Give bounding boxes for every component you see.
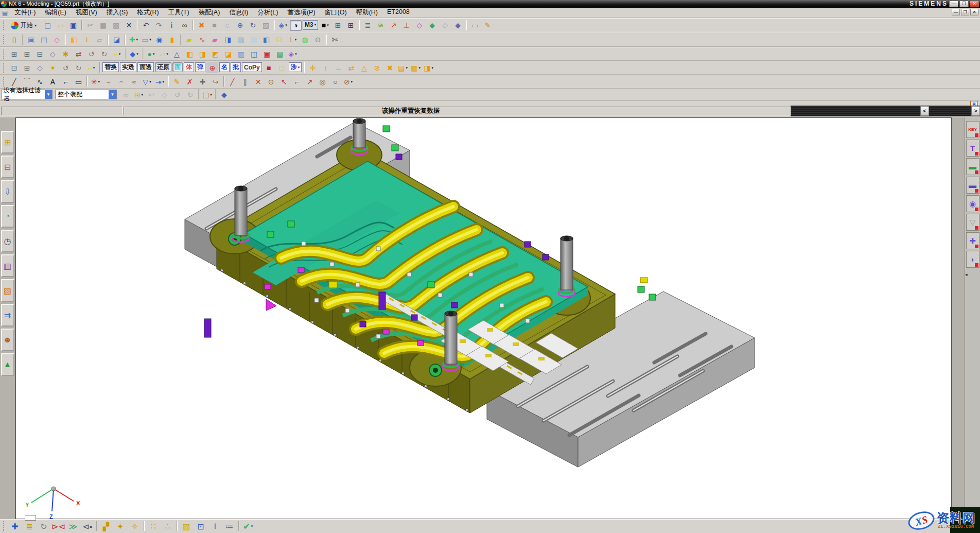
product-outline-button[interactable]: ▧ — [180, 521, 193, 532]
block-button[interactable]: ▣ — [25, 35, 37, 45]
grid-b-button[interactable]: ⊞ — [21, 62, 33, 73]
graphics-viewport[interactable]: Y X Z — [15, 117, 952, 519]
remember-constraints-button[interactable]: ⊲▪ — [81, 521, 94, 532]
layout-split-button[interactable]: ⊟ — [34, 48, 46, 59]
cut-button[interactable]: ✂ — [84, 20, 96, 31]
solid-button[interactable]: ◨ — [222, 35, 234, 45]
reuse-library-tab[interactable]: ◔ — [1, 205, 14, 228]
arrow-nw-button[interactable]: ↖ — [278, 76, 290, 87]
red-feature-button[interactable]: ▣ — [261, 48, 273, 59]
arc-right-button[interactable]: ↻ — [98, 48, 110, 59]
restore-button[interactable]: ❐ — [959, 1, 969, 7]
corner2-button[interactable]: ⌐ — [291, 76, 303, 87]
prism-button[interactable]: ◇ — [51, 35, 63, 45]
assembly-navigator-tab[interactable]: ⊞ — [1, 131, 14, 153]
csys-button[interactable]: ⊥ — [400, 20, 412, 31]
cross-curve-button[interactable]: ✕ — [252, 76, 264, 87]
shaded-display-button[interactable]: ◑ — [290, 20, 302, 31]
body-button[interactable]: 体 — [184, 62, 194, 72]
isometric-button[interactable]: ◇ — [47, 48, 59, 59]
menu-analysis[interactable]: 分析(L) — [253, 8, 283, 18]
process-tab[interactable]: ⇉ — [1, 304, 14, 326]
sheet-button[interactable]: ▰ — [183, 35, 195, 45]
menu-format[interactable]: 格式(R) — [132, 8, 163, 18]
snap-open-button[interactable]: ◇ — [439, 20, 451, 31]
divide-curve-button[interactable]: ≈ — [128, 76, 140, 87]
swap-component-button[interactable]: ⇄ — [345, 62, 357, 73]
arc-left-button[interactable]: ↺ — [85, 48, 97, 59]
arrangements-button[interactable]: ≫ — [66, 521, 80, 532]
corner-tool-button[interactable]: ⌐ — [111, 48, 123, 59]
mirror-assembly-button[interactable]: ∴ — [161, 521, 174, 532]
snap-point-button[interactable]: ⊞ — [133, 89, 145, 100]
menu-view[interactable]: 视图(V) — [71, 8, 102, 18]
wrench-button[interactable]: ✦ — [47, 62, 59, 73]
interference-button[interactable]: 涉 — [289, 62, 302, 72]
delete-button[interactable]: ✕ — [123, 20, 135, 31]
green-block-library-item[interactable]: ▬ — [966, 158, 979, 175]
pattern-component-button[interactable]: ∷ — [147, 521, 160, 532]
layer-visible-button[interactable]: ≋ — [375, 20, 387, 31]
redo-button[interactable]: ↷ — [153, 20, 165, 31]
measure-component-button[interactable]: ◨ — [423, 62, 434, 73]
menu-assemblies[interactable]: 装配(A) — [194, 8, 225, 18]
find-button[interactable]: ∞ — [179, 20, 190, 31]
measure-button[interactable]: ▭ — [469, 20, 481, 31]
circle-point-button[interactable]: ⊙ — [265, 76, 277, 87]
assembly-info-button[interactable]: i — [208, 521, 222, 532]
add-component-button[interactable]: ✚ — [8, 521, 22, 532]
start-button[interactable]: 开始 ▾ — [8, 20, 39, 31]
more-features-button[interactable]: ◈ — [287, 48, 299, 59]
flange-library-item[interactable]: ◉ — [966, 195, 979, 212]
rectangle-button[interactable]: ▭ — [73, 76, 84, 87]
close-button[interactable]: ✕ — [970, 1, 979, 7]
align-component-button[interactable]: △ — [358, 62, 370, 73]
selection-filter-dropdown[interactable]: 没有选择过滤器 ▼ — [1, 90, 52, 99]
snap-solid-button[interactable]: ◆ — [452, 20, 464, 31]
rotate-view-button[interactable]: ↻ — [247, 20, 259, 31]
annotate-button[interactable]: ✎ — [482, 20, 494, 31]
zoom-circle-button[interactable]: ◌ — [221, 20, 233, 31]
curve-surface-button[interactable]: ∿ — [196, 35, 208, 45]
funnel-library-item[interactable]: ▽ — [966, 214, 979, 231]
grid-cross-button[interactable]: ⊕ — [206, 62, 218, 73]
info-tree-button[interactable]: ≔ — [223, 521, 236, 532]
rotate-cw-button[interactable]: ↻ — [184, 89, 196, 100]
name-button[interactable]: 名 — [219, 62, 230, 72]
green-feature-button[interactable]: ▤ — [274, 48, 286, 59]
polyline-button[interactable]: ⌐ — [60, 76, 72, 87]
role-palette-button[interactable]: ◇ — [413, 20, 425, 31]
plane-button[interactable]: ▭ — [141, 35, 152, 45]
undo-arc-button[interactable]: ↺ — [60, 62, 72, 73]
striped-faces-button[interactable]: ▥ — [248, 35, 259, 45]
menu-file[interactable]: 文件(F) — [10, 8, 40, 18]
extrude-button[interactable]: ◧ — [184, 48, 196, 59]
menu-window[interactable]: 窗口(O) — [320, 8, 352, 18]
child-restore-button[interactable]: ❐ — [961, 9, 969, 15]
menu-edit[interactable]: 编辑(E) — [40, 8, 71, 18]
menu-preferences[interactable]: 首选项(P) — [283, 8, 320, 18]
trim-corner-button[interactable]: ⌣ — [102, 76, 114, 87]
subtract-button[interactable]: ⊖ — [312, 35, 324, 45]
swap-view-button[interactable]: ⇄ — [73, 48, 84, 59]
diamond-view-button[interactable]: ◇ — [34, 62, 46, 73]
sheet-plane-button[interactable]: ▱ — [158, 48, 170, 59]
refresh-button[interactable]: ✱ — [60, 48, 72, 59]
minimize-button[interactable]: — — [949, 1, 958, 7]
sphere-button[interactable]: ◉ — [153, 35, 165, 45]
open-file-button[interactable]: ▱ — [55, 20, 66, 31]
menu-information[interactable]: 信息(I) — [224, 8, 253, 18]
ribbed-button[interactable]: ▥ — [235, 48, 247, 59]
part-navigator-tab[interactable]: ⇩ — [1, 180, 14, 203]
boolean-button[interactable]: ◧ — [68, 35, 80, 45]
die-assembly-3d-model[interactable]: Y X Z — [16, 118, 951, 519]
layer-settings-button[interactable]: ≣ — [362, 20, 374, 31]
rotate-ccw-button[interactable]: ↺ — [171, 89, 183, 100]
zoom-inout-button[interactable]: ⊕ — [234, 20, 246, 31]
datum-axis-button[interactable]: ⊥ — [81, 35, 93, 45]
face-button[interactable]: 面 — [172, 62, 183, 72]
red-cube-button[interactable]: ■ — [263, 62, 275, 73]
parallel-curve-button[interactable]: ∥ — [239, 76, 251, 87]
selection-scope-dropdown[interactable]: 整个装配 ▼ — [55, 90, 117, 99]
surface-cup-button[interactable]: ▽ — [141, 76, 153, 87]
